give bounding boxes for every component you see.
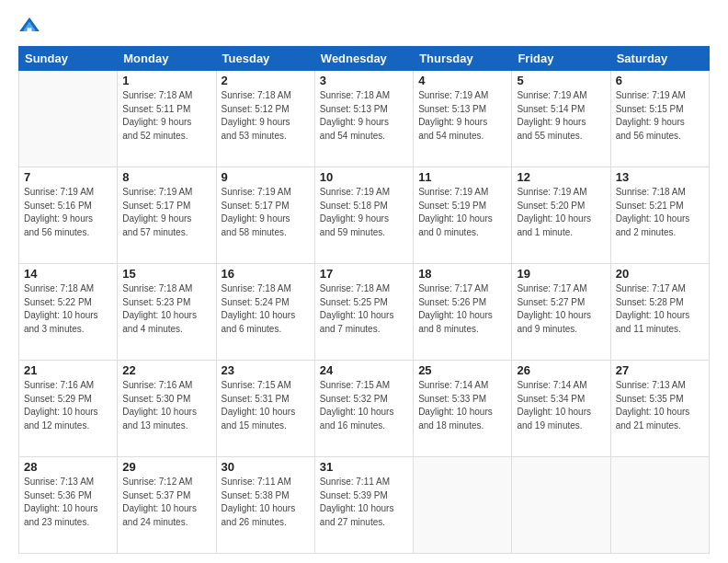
day-number: 16	[222, 267, 310, 281]
calendar-cell: 9Sunrise: 7:19 AMSunset: 5:17 PMDaylight…	[216, 167, 314, 264]
day-info: Sunrise: 7:11 AMSunset: 5:39 PMDaylight:…	[320, 476, 408, 529]
day-info: Sunrise: 7:19 AMSunset: 5:18 PMDaylight:…	[320, 186, 408, 239]
day-number: 20	[616, 267, 704, 281]
calendar-cell	[19, 71, 118, 167]
day-number: 27	[616, 363, 704, 377]
day-number: 29	[122, 460, 210, 474]
calendar-cell: 24Sunrise: 7:15 AMSunset: 5:32 PMDayligh…	[314, 361, 413, 457]
day-number: 9	[222, 170, 310, 184]
calendar-cell: 14Sunrise: 7:18 AMSunset: 5:22 PMDayligh…	[19, 264, 118, 361]
day-number: 26	[517, 363, 605, 377]
calendar-cell: 15Sunrise: 7:18 AMSunset: 5:23 PMDayligh…	[118, 264, 216, 361]
calendar-cell: 5Sunrise: 7:19 AMSunset: 5:14 PMDaylight…	[512, 71, 610, 167]
calendar-cell: 1Sunrise: 7:18 AMSunset: 5:11 PMDaylight…	[118, 71, 216, 167]
day-number: 7	[24, 170, 112, 184]
day-number: 10	[320, 170, 408, 184]
calendar-cell: 12Sunrise: 7:19 AMSunset: 5:20 PMDayligh…	[512, 167, 610, 264]
calendar-cell: 7Sunrise: 7:19 AMSunset: 5:16 PMDaylight…	[19, 167, 118, 264]
day-info: Sunrise: 7:18 AMSunset: 5:21 PMDaylight:…	[616, 186, 704, 239]
day-info: Sunrise: 7:11 AMSunset: 5:38 PMDaylight:…	[222, 476, 310, 529]
logo	[18, 15, 44, 37]
day-info: Sunrise: 7:19 AMSunset: 5:17 PMDaylight:…	[122, 186, 210, 239]
calendar-cell	[414, 457, 512, 554]
calendar-cell: 28Sunrise: 7:13 AMSunset: 5:36 PMDayligh…	[19, 457, 118, 554]
calendar-cell: 23Sunrise: 7:15 AMSunset: 5:31 PMDayligh…	[216, 361, 314, 457]
day-number: 15	[122, 267, 210, 281]
day-info: Sunrise: 7:19 AMSunset: 5:15 PMDaylight:…	[616, 89, 704, 143]
calendar-cell: 25Sunrise: 7:14 AMSunset: 5:33 PMDayligh…	[414, 361, 512, 457]
calendar-cell: 18Sunrise: 7:17 AMSunset: 5:26 PMDayligh…	[414, 264, 512, 361]
weekday-thursday: Thursday	[414, 47, 512, 71]
day-info: Sunrise: 7:17 AMSunset: 5:28 PMDaylight:…	[616, 282, 704, 336]
day-number: 12	[517, 170, 605, 184]
day-info: Sunrise: 7:18 AMSunset: 5:23 PMDaylight:…	[122, 282, 210, 336]
day-info: Sunrise: 7:16 AMSunset: 5:29 PMDaylight:…	[24, 379, 112, 432]
day-number: 24	[320, 363, 408, 377]
day-number: 31	[320, 460, 408, 474]
day-info: Sunrise: 7:15 AMSunset: 5:32 PMDaylight:…	[320, 379, 408, 432]
calendar-cell: 11Sunrise: 7:19 AMSunset: 5:19 PMDayligh…	[414, 167, 512, 264]
day-info: Sunrise: 7:18 AMSunset: 5:22 PMDaylight:…	[24, 282, 112, 336]
calendar-table: SundayMondayTuesdayWednesdayThursdayFrid…	[18, 46, 710, 554]
day-number: 3	[320, 74, 408, 87]
day-number: 19	[517, 267, 605, 281]
day-number: 18	[418, 267, 506, 281]
day-info: Sunrise: 7:19 AMSunset: 5:20 PMDaylight:…	[517, 186, 605, 239]
day-number: 25	[418, 363, 506, 377]
day-info: Sunrise: 7:14 AMSunset: 5:34 PMDaylight:…	[517, 379, 605, 432]
day-info: Sunrise: 7:13 AMSunset: 5:35 PMDaylight:…	[616, 379, 704, 432]
calendar-cell	[512, 457, 610, 554]
calendar-cell: 22Sunrise: 7:16 AMSunset: 5:30 PMDayligh…	[118, 361, 216, 457]
weekday-friday: Friday	[512, 47, 610, 71]
calendar-cell: 30Sunrise: 7:11 AMSunset: 5:38 PMDayligh…	[216, 457, 314, 554]
day-number: 11	[418, 170, 506, 184]
day-info: Sunrise: 7:19 AMSunset: 5:19 PMDaylight:…	[418, 186, 506, 239]
day-number: 1	[122, 74, 210, 87]
calendar-cell: 13Sunrise: 7:18 AMSunset: 5:21 PMDayligh…	[610, 167, 709, 264]
day-info: Sunrise: 7:19 AMSunset: 5:16 PMDaylight:…	[24, 186, 112, 239]
calendar-cell: 27Sunrise: 7:13 AMSunset: 5:35 PMDayligh…	[610, 361, 709, 457]
day-info: Sunrise: 7:19 AMSunset: 5:13 PMDaylight:…	[418, 89, 506, 143]
day-number: 28	[24, 460, 112, 474]
calendar-cell: 29Sunrise: 7:12 AMSunset: 5:37 PMDayligh…	[118, 457, 216, 554]
day-number: 13	[616, 170, 704, 184]
weekday-wednesday: Wednesday	[314, 47, 413, 71]
day-info: Sunrise: 7:19 AMSunset: 5:17 PMDaylight:…	[222, 186, 310, 239]
day-info: Sunrise: 7:19 AMSunset: 5:14 PMDaylight:…	[517, 89, 605, 143]
calendar-cell: 8Sunrise: 7:19 AMSunset: 5:17 PMDaylight…	[118, 167, 216, 264]
calendar-cell: 19Sunrise: 7:17 AMSunset: 5:27 PMDayligh…	[512, 264, 610, 361]
calendar-cell: 3Sunrise: 7:18 AMSunset: 5:13 PMDaylight…	[314, 71, 413, 167]
day-info: Sunrise: 7:16 AMSunset: 5:30 PMDaylight:…	[122, 379, 210, 432]
calendar-cell: 6Sunrise: 7:19 AMSunset: 5:15 PMDaylight…	[610, 71, 709, 167]
weekday-sunday: Sunday	[19, 47, 118, 71]
weekday-saturday: Saturday	[610, 47, 709, 71]
weekday-monday: Monday	[118, 47, 216, 71]
calendar-cell: 26Sunrise: 7:14 AMSunset: 5:34 PMDayligh…	[512, 361, 610, 457]
day-info: Sunrise: 7:17 AMSunset: 5:27 PMDaylight:…	[517, 282, 605, 336]
weekday-tuesday: Tuesday	[216, 47, 314, 71]
week-row-4: 21Sunrise: 7:16 AMSunset: 5:29 PMDayligh…	[19, 361, 710, 457]
day-info: Sunrise: 7:18 AMSunset: 5:25 PMDaylight:…	[320, 282, 408, 336]
svg-rect-2	[28, 28, 32, 31]
header	[18, 15, 710, 37]
day-info: Sunrise: 7:18 AMSunset: 5:11 PMDaylight:…	[122, 89, 210, 143]
day-number: 8	[122, 170, 210, 184]
day-info: Sunrise: 7:15 AMSunset: 5:31 PMDaylight:…	[222, 379, 310, 432]
week-row-3: 14Sunrise: 7:18 AMSunset: 5:22 PMDayligh…	[19, 264, 710, 361]
day-number: 22	[122, 363, 210, 377]
weekday-header-row: SundayMondayTuesdayWednesdayThursdayFrid…	[19, 47, 710, 71]
logo-icon	[18, 15, 40, 37]
day-info: Sunrise: 7:18 AMSunset: 5:12 PMDaylight:…	[222, 89, 310, 143]
day-number: 21	[24, 363, 112, 377]
day-info: Sunrise: 7:13 AMSunset: 5:36 PMDaylight:…	[24, 476, 112, 529]
day-number: 30	[222, 460, 310, 474]
calendar-cell: 21Sunrise: 7:16 AMSunset: 5:29 PMDayligh…	[19, 361, 118, 457]
day-number: 17	[320, 267, 408, 281]
calendar-cell: 4Sunrise: 7:19 AMSunset: 5:13 PMDaylight…	[414, 71, 512, 167]
day-info: Sunrise: 7:18 AMSunset: 5:24 PMDaylight:…	[222, 282, 310, 336]
day-info: Sunrise: 7:12 AMSunset: 5:37 PMDaylight:…	[122, 476, 210, 529]
day-number: 23	[222, 363, 310, 377]
day-info: Sunrise: 7:17 AMSunset: 5:26 PMDaylight:…	[418, 282, 506, 336]
day-info: Sunrise: 7:18 AMSunset: 5:13 PMDaylight:…	[320, 89, 408, 143]
calendar-cell: 31Sunrise: 7:11 AMSunset: 5:39 PMDayligh…	[314, 457, 413, 554]
